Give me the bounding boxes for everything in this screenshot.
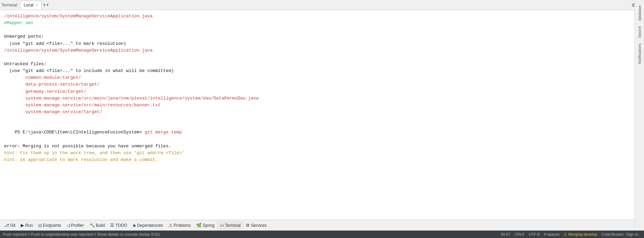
close-tab-button[interactable]: × xyxy=(35,3,37,7)
terminal-line-hint2: hint: as appropriate to mark resolution … xyxy=(4,157,630,163)
terminal-line xyxy=(4,115,630,122)
git-icon: ⎇ xyxy=(4,223,9,228)
sidebar-search-label[interactable]: Search xyxy=(638,23,642,41)
toolbar-services[interactable]: ⚙ Services xyxy=(243,221,269,230)
build-icon: 🔨 xyxy=(89,223,95,228)
toolbar-spring-label: Spring xyxy=(203,223,215,228)
toolbar-git-label: Git xyxy=(10,223,15,228)
status-bar-left: Push rejected // Push to origin/develop … xyxy=(3,232,501,236)
terminal-icon: ▭ xyxy=(220,223,224,228)
problems-icon: ⚠ xyxy=(169,223,173,228)
toolbar-dependencies[interactable]: ◈ Dependencies xyxy=(130,221,166,230)
toolbar-spring[interactable]: 🌿 Spring xyxy=(193,221,217,230)
toolbar-run-label: Run xyxy=(25,223,33,228)
toolbar-todo[interactable]: ☰ TODO xyxy=(107,221,130,230)
terminal-line: error: Merging is not possible because y… xyxy=(4,143,630,150)
toolbar-problems-label: Problems xyxy=(174,223,191,228)
bottom-toolbar: ⎇ Git ▶ Run ◎ Endpoints ◁ Profiler 🔨 Bui… xyxy=(0,220,644,231)
terminal-line: (use "git add <file>..." to mark resolut… xyxy=(4,40,630,47)
warning-icon: ⚠ xyxy=(563,232,567,237)
status-time[interactable]: 39:37 xyxy=(501,232,510,236)
tab-name: Local xyxy=(24,3,34,7)
toolbar-build[interactable]: 🔨 Build xyxy=(87,221,108,230)
right-sidebar: database Search Notifications xyxy=(634,0,644,228)
terminal-line: system-manage-service/src/main/resources… xyxy=(4,102,630,109)
ps-command: git merge temp xyxy=(145,130,182,135)
terminal-line: Untracked files: xyxy=(4,61,630,68)
status-branch-warning[interactable]: ⚠ Merging develop xyxy=(563,232,597,237)
status-encoding[interactable]: UTF-8 xyxy=(529,232,540,236)
toolbar-problems[interactable]: ⚠ Problems xyxy=(166,221,194,230)
sidebar-database-label[interactable]: database xyxy=(638,3,642,23)
toolbar-services-label: Services xyxy=(251,223,267,228)
ps-prompt: PS E:\java\CODE\Item\LCIntelligenceFusio… xyxy=(15,130,145,135)
terminal-label: Terminal: xyxy=(1,3,18,7)
toolbar-build-label: Build xyxy=(96,223,105,228)
toolbar-terminal[interactable]: ▭ Terminal xyxy=(217,221,243,230)
branch-label: Merging develop xyxy=(568,232,597,236)
spring-icon: 🌿 xyxy=(196,223,202,228)
terminal-line: Unmerged paths: xyxy=(4,33,630,40)
status-bar: Push rejected // Push to origin/develop … xyxy=(0,231,644,238)
terminal-tab-local[interactable]: Local × xyxy=(20,1,41,10)
terminal-line-ps: PS E:\java\CODE\Item\LCIntelligenceFusio… xyxy=(4,122,630,143)
toolbar-terminal-label: Terminal xyxy=(225,223,240,228)
terminal-line: (use "git add <file>..." to include in w… xyxy=(4,68,630,74)
terminal-line xyxy=(4,54,630,61)
signin-label[interactable]: Sign in... xyxy=(626,232,641,236)
status-line-sep[interactable]: CRLF xyxy=(514,232,525,236)
todo-icon: ☰ xyxy=(110,223,114,228)
terminal-line-hint1: hint: Fix them up in the work tree, and … xyxy=(4,150,630,157)
toolbar-todo-label: TODO xyxy=(115,223,127,228)
status-bar-right: 39:37 CRLF UTF-8 4 spaces ⚠ Merging deve… xyxy=(501,232,641,237)
terminal-line: eMapper.xml xyxy=(4,20,630,26)
tab-dropdown-button[interactable]: ▾ xyxy=(47,3,49,7)
toolbar-profiler-label: Profiler xyxy=(71,223,84,228)
toolbar-dependencies-label: Dependencies xyxy=(137,223,163,228)
terminal-content: /intelligence/system/SystemManageService… xyxy=(0,10,634,220)
toolbar-run[interactable]: ▶ Run xyxy=(18,221,35,230)
toolbar-endpoints-label: Endpoints xyxy=(43,223,61,228)
sidebar-notifications-label[interactable]: Notifications xyxy=(638,41,642,67)
run-icon: ▶ xyxy=(21,223,24,228)
terminal-line xyxy=(4,26,630,33)
toolbar-profiler[interactable]: ◁ Profiler xyxy=(64,221,87,230)
terminal-line: common-module/target/ xyxy=(4,74,630,81)
profiler-icon: ◁ xyxy=(67,223,70,228)
status-message[interactable]: Push rejected // Push to origin/develop … xyxy=(3,232,160,236)
terminal-line: /intelligence/system/SystemManageService… xyxy=(4,13,630,20)
endpoints-icon: ◎ xyxy=(38,223,42,228)
services-icon: ⚙ xyxy=(246,223,250,228)
dependencies-icon: ◈ xyxy=(133,223,136,228)
terminal-tab-bar: Terminal: Local × + ▾ ⚙ — xyxy=(0,0,644,10)
status-codestream[interactable]: CodeStream: Sign in... xyxy=(601,232,641,236)
terminal-line: /intelligence/system/SystemManageService… xyxy=(4,47,630,54)
terminal-line: gateway-service/target/ xyxy=(4,88,630,95)
toolbar-endpoints[interactable]: ◎ Endpoints xyxy=(35,221,64,230)
toolbar-git[interactable]: ⎇ Git xyxy=(1,221,18,230)
codestream-label: CodeStream: xyxy=(601,232,624,236)
terminal-line: system-manage-service/src/main/java/com/… xyxy=(4,95,630,102)
terminal-line: system-manage-service/target/ xyxy=(4,109,630,115)
new-tab-button[interactable]: + xyxy=(43,2,46,8)
terminal-line: data-process-service/target/ xyxy=(4,81,630,88)
status-spaces[interactable]: 4 spaces xyxy=(544,232,559,236)
